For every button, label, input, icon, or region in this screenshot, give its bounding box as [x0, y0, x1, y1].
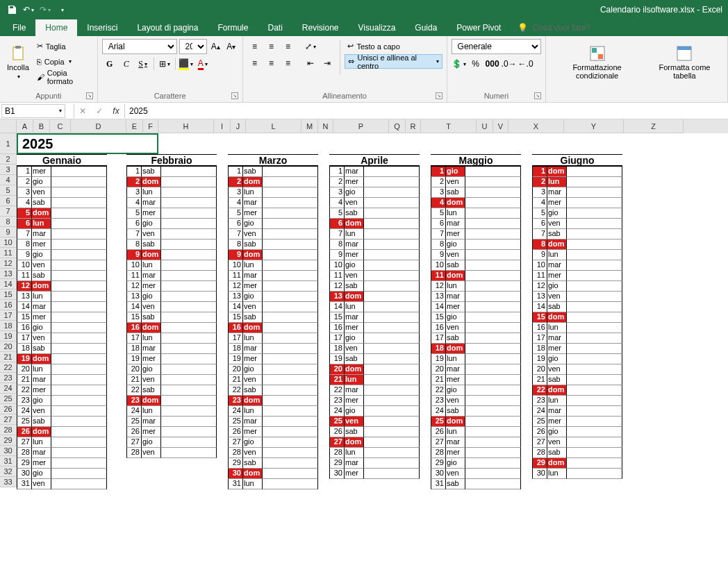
day-extra[interactable]	[161, 281, 217, 292]
day-extra[interactable]	[161, 344, 217, 354]
day-row[interactable]: 22sab	[126, 385, 217, 396]
day-row[interactable]: 1mar	[329, 167, 420, 177]
day-extra[interactable]	[364, 229, 420, 240]
row-header-32[interactable]: 32	[0, 467, 17, 477]
day-row[interactable]: 19lun	[431, 354, 521, 364]
day-extra[interactable]	[567, 208, 622, 219]
row-header-33[interactable]: 33	[0, 477, 17, 487]
day-extra[interactable]	[465, 469, 521, 479]
day-row[interactable]: 5dom	[17, 208, 107, 219]
day-row[interactable]: 4dom	[431, 198, 521, 208]
day-extra[interactable]	[263, 219, 318, 229]
row-header-23[interactable]: 23	[0, 373, 17, 383]
day-extra[interactable]	[161, 417, 217, 427]
day-row[interactable]: 11mer	[532, 271, 622, 281]
day-row[interactable]: 2mer	[329, 177, 420, 187]
day-row[interactable]: 17mar	[532, 333, 622, 344]
day-row[interactable]: 29dom	[532, 458, 622, 469]
day-row[interactable]: 13mar	[431, 292, 521, 302]
row-header-25[interactable]: 25	[0, 394, 17, 404]
day-extra[interactable]	[465, 333, 521, 344]
increase-indent-button[interactable]: ⇥	[320, 56, 335, 71]
day-extra[interactable]	[161, 187, 217, 198]
day-row[interactable]: 30ven	[431, 469, 521, 479]
day-extra[interactable]	[161, 364, 217, 375]
day-extra[interactable]	[465, 187, 521, 198]
day-extra[interactable]	[465, 219, 521, 229]
day-row[interactable]: 4ven	[329, 198, 420, 208]
day-extra[interactable]	[465, 208, 521, 219]
day-extra[interactable]	[51, 385, 107, 396]
day-row[interactable]: 16mer	[329, 323, 420, 333]
day-extra[interactable]	[364, 417, 420, 427]
day-extra[interactable]	[567, 260, 622, 271]
day-extra[interactable]	[263, 229, 318, 240]
col-header-U[interactable]: U	[477, 119, 493, 133]
day-row[interactable]: 21lun	[329, 375, 420, 385]
day-row[interactable]: 20gio	[126, 364, 217, 375]
day-row[interactable]: 11mar	[126, 271, 217, 281]
day-extra[interactable]	[263, 323, 318, 333]
day-row[interactable]: 7sab	[532, 229, 622, 240]
day-row[interactable]: 22gio	[431, 385, 521, 396]
decrease-indent-button[interactable]: ⇤	[303, 56, 318, 71]
day-extra[interactable]	[161, 198, 217, 208]
day-extra[interactable]	[567, 458, 622, 469]
day-extra[interactable]	[364, 292, 420, 302]
day-row[interactable]: 4mer	[532, 198, 622, 208]
name-box[interactable]: B1▾	[1, 104, 65, 118]
row-header-3[interactable]: 3	[0, 165, 17, 175]
day-extra[interactable]	[567, 344, 622, 354]
day-extra[interactable]	[263, 427, 318, 437]
day-row[interactable]: 21ven	[228, 375, 318, 385]
day-row[interactable]: 11dom	[431, 271, 521, 281]
italic-button[interactable]: C	[119, 56, 134, 72]
col-header-D[interactable]: D	[71, 119, 126, 133]
accounting-format-button[interactable]: 💲▾	[452, 56, 467, 72]
align-center-button[interactable]: ≡	[264, 56, 279, 71]
day-row[interactable]: 8dom	[532, 240, 622, 250]
day-row[interactable]: 19dom	[17, 354, 107, 364]
day-extra[interactable]	[364, 302, 420, 312]
day-extra[interactable]	[465, 417, 521, 427]
day-row[interactable]: 8sab	[228, 240, 318, 250]
day-row[interactable]: 15mar	[329, 312, 420, 323]
day-row[interactable]: 5gio	[532, 208, 622, 219]
day-row[interactable]: 12sab	[329, 281, 420, 292]
day-row[interactable]: 22mar	[329, 385, 420, 396]
day-row[interactable]: 25dom	[431, 417, 521, 427]
day-extra[interactable]	[263, 312, 318, 323]
conditional-format-button[interactable]: Formattazione condizionale	[550, 39, 644, 86]
day-row[interactable]: 13dom	[329, 292, 420, 302]
format-painter-button[interactable]: 🖌Copia formato	[34, 69, 93, 84]
day-extra[interactable]	[263, 260, 318, 271]
day-row[interactable]: 13lun	[17, 292, 107, 302]
row-header-11[interactable]: 11	[0, 248, 17, 258]
day-extra[interactable]	[263, 302, 318, 312]
day-extra[interactable]	[465, 177, 521, 187]
percent-button[interactable]: %	[468, 56, 483, 72]
day-row[interactable]: 14ven	[228, 302, 318, 312]
day-extra[interactable]	[263, 375, 318, 385]
day-extra[interactable]	[567, 250, 622, 260]
day-extra[interactable]	[364, 406, 420, 417]
day-row[interactable]: 8gio	[431, 240, 521, 250]
day-row[interactable]: 24lun	[126, 406, 217, 417]
day-row[interactable]: 18dom	[431, 344, 521, 354]
paste-button[interactable]: Incolla▾	[4, 39, 32, 86]
day-row[interactable]: 9dom	[228, 250, 318, 260]
day-extra[interactable]	[364, 333, 420, 344]
row-header-7[interactable]: 7	[0, 206, 17, 217]
col-header-R[interactable]: R	[406, 119, 421, 133]
day-extra[interactable]	[161, 448, 217, 458]
day-row[interactable]: 1dom	[532, 167, 622, 177]
day-row[interactable]: 10sab	[431, 260, 521, 271]
day-extra[interactable]	[263, 469, 318, 479]
day-row[interactable]: 27lun	[17, 437, 107, 448]
day-extra[interactable]	[567, 302, 622, 312]
day-extra[interactable]	[465, 323, 521, 333]
day-extra[interactable]	[51, 271, 107, 281]
decrease-font-button[interactable]: A▾	[224, 39, 238, 54]
day-row[interactable]: 1gio	[431, 167, 521, 177]
row-header-5[interactable]: 5	[0, 185, 17, 196]
